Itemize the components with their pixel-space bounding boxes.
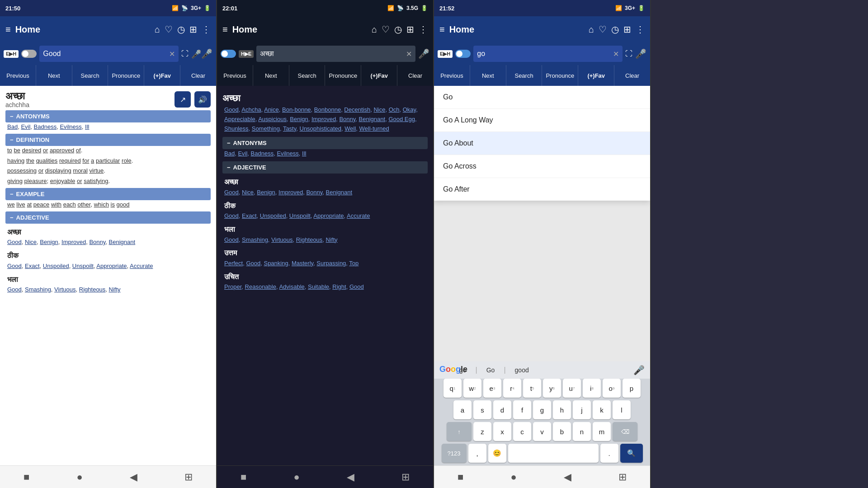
adj-word-d[interactable]: Proper — [224, 283, 241, 290]
home-icon-2[interactable]: ⌂ — [372, 24, 377, 35]
heart-icon-3[interactable]: ♡ — [599, 24, 607, 35]
adj-word-d[interactable]: Accurate — [347, 212, 370, 219]
pronounce-btn-2[interactable]: Pronounce — [325, 65, 361, 86]
dropdown-item-go-across[interactable]: Go Across — [434, 155, 650, 178]
antonym-link[interactable]: Evilness — [60, 123, 81, 130]
adj-word[interactable]: Unspoiled — [43, 263, 69, 269]
fav-btn-1[interactable]: (+)Fav — [144, 65, 180, 86]
adj-word[interactable]: Accurate — [130, 263, 153, 269]
antonym-link[interactable]: Evil — [238, 150, 247, 157]
search-input-1[interactable] — [43, 50, 169, 58]
syn-word[interactable]: Auspicious — [258, 116, 287, 122]
adj-word-d[interactable]: Good — [349, 283, 364, 290]
clock-icon-1[interactable]: ◷ — [177, 24, 185, 35]
more-icon-1[interactable]: ⋮ — [202, 24, 211, 35]
back-nav-2[interactable]: ◀ — [347, 471, 354, 483]
key-c[interactable]: c — [513, 422, 531, 441]
suggest-go[interactable]: go — [459, 366, 467, 374]
adj-word-d[interactable]: Exact — [242, 212, 257, 219]
syn-word[interactable]: Okay — [403, 106, 416, 113]
home-nav-2[interactable]: ● — [293, 471, 299, 483]
square-nav-1[interactable]: ■ — [24, 471, 29, 483]
home-icon-3[interactable]: ⌂ — [589, 24, 594, 35]
syn-word[interactable]: Good Egg — [388, 116, 415, 122]
antonym-link[interactable]: Evil — [21, 123, 30, 130]
home-icon-1[interactable]: ⌂ — [155, 24, 160, 35]
pronounce-btn-1[interactable]: Pronounce — [108, 65, 144, 86]
adj-word[interactable]: Benign — [40, 239, 58, 245]
clear-btn-2[interactable]: Clear — [397, 65, 433, 86]
previous-btn-2[interactable]: Previous — [217, 65, 253, 86]
key-n[interactable]: n — [573, 422, 591, 441]
antonym-link[interactable]: Badness — [34, 123, 57, 130]
key-b[interactable]: b — [553, 422, 571, 441]
syn-word[interactable]: Benignant — [359, 116, 386, 122]
key-q[interactable]: q1 — [443, 379, 462, 398]
search-btn-1[interactable]: Search — [72, 65, 108, 86]
key-g[interactable]: g — [533, 400, 551, 419]
key-search[interactable]: 🔍 — [620, 444, 643, 463]
syn-word[interactable]: Bonny — [339, 116, 355, 122]
antonyms-header-2[interactable]: − ANTONYMS — [222, 137, 428, 149]
key-z[interactable]: z — [473, 422, 491, 441]
adj-word-d[interactable]: Benignant — [326, 189, 353, 196]
key-x[interactable]: x — [493, 422, 511, 441]
key-k[interactable]: k — [593, 400, 611, 419]
fav-btn-3[interactable]: (+)Fav — [578, 65, 614, 86]
clipboard-icon-2[interactable]: ⊞ — [406, 24, 414, 35]
clipboard-icon-1[interactable]: ⊞ — [189, 24, 197, 35]
adj-word-d[interactable]: Unspoilt — [289, 212, 311, 219]
suggest-good[interactable]: good — [515, 366, 529, 374]
adj-word-d[interactable]: Improved — [278, 189, 303, 196]
next-btn-1[interactable]: Next — [36, 65, 72, 86]
apps-nav-3[interactable]: ⊞ — [618, 471, 627, 483]
key-t[interactable]: t5 — [523, 379, 541, 398]
antonym-link[interactable]: Ill — [85, 123, 89, 130]
adj-word[interactable]: Good — [7, 286, 22, 293]
antonym-link[interactable]: Ill — [302, 150, 306, 157]
adj-word-d[interactable]: Advisable — [279, 283, 304, 290]
adj-word[interactable]: Good — [7, 263, 22, 269]
key-i[interactable]: i8 — [583, 379, 601, 398]
back-nav-3[interactable]: ◀ — [564, 471, 571, 483]
adj-word-d[interactable]: Bonny — [306, 189, 322, 196]
menu-icon-2[interactable]: ≡ — [222, 24, 228, 35]
adj-word[interactable]: Virtuous — [54, 286, 75, 293]
mic-icon-2[interactable]: 🎤 — [418, 48, 429, 59]
syn-word[interactable]: Nice — [373, 106, 385, 113]
menu-icon-3[interactable]: ≡ — [439, 24, 445, 35]
dropdown-item-go-long-way[interactable]: Go A Long Way — [434, 109, 650, 132]
key-l[interactable]: l — [613, 400, 631, 419]
adjective-header-1[interactable]: − ADJECTIVE — [5, 211, 211, 224]
lang-toggle-2[interactable] — [221, 50, 236, 58]
key-h[interactable]: h — [553, 400, 571, 419]
syn-word[interactable]: Appreciable — [224, 116, 255, 122]
heart-icon-2[interactable]: ♡ — [382, 24, 390, 35]
previous-btn-1[interactable]: Previous — [0, 65, 36, 86]
key-period[interactable]: . — [600, 444, 618, 463]
clear-btn-1[interactable]: Clear — [180, 65, 216, 86]
syn-word[interactable]: Shunless — [224, 125, 248, 132]
adj-word[interactable]: Nifty — [109, 286, 121, 293]
key-r[interactable]: r4 — [503, 379, 521, 398]
adj-word-d[interactable]: Good — [246, 260, 260, 267]
adj-word-d[interactable]: Reasonable — [245, 283, 276, 290]
adj-word-d[interactable]: Good — [224, 189, 239, 196]
square-nav-3[interactable]: ■ — [458, 471, 463, 483]
adj-word-d[interactable]: Appropriate — [313, 212, 344, 219]
search-btn-2[interactable]: Search — [289, 65, 326, 86]
key-comma[interactable]: , — [468, 444, 486, 463]
apps-nav-2[interactable]: ⊞ — [401, 471, 410, 483]
antonyms-header-1[interactable]: − ANTONYMS — [5, 110, 211, 122]
key-j[interactable]: j — [573, 400, 591, 419]
adj-word-d[interactable]: Perfect — [224, 260, 243, 267]
dropdown-item-go[interactable]: Go — [434, 86, 650, 109]
home-nav-1[interactable]: ● — [76, 471, 82, 483]
key-p[interactable]: p — [623, 379, 641, 398]
antonym-link[interactable]: Bad — [7, 123, 18, 130]
definition-header-1[interactable]: − DEFINITION — [5, 134, 211, 146]
key-shift[interactable]: ↑ — [447, 422, 472, 441]
adj-word-d[interactable]: Nice — [242, 189, 254, 196]
adj-word[interactable]: Appropriate — [96, 263, 127, 269]
mic-icon-1[interactable]: 🎤 — [191, 48, 212, 59]
